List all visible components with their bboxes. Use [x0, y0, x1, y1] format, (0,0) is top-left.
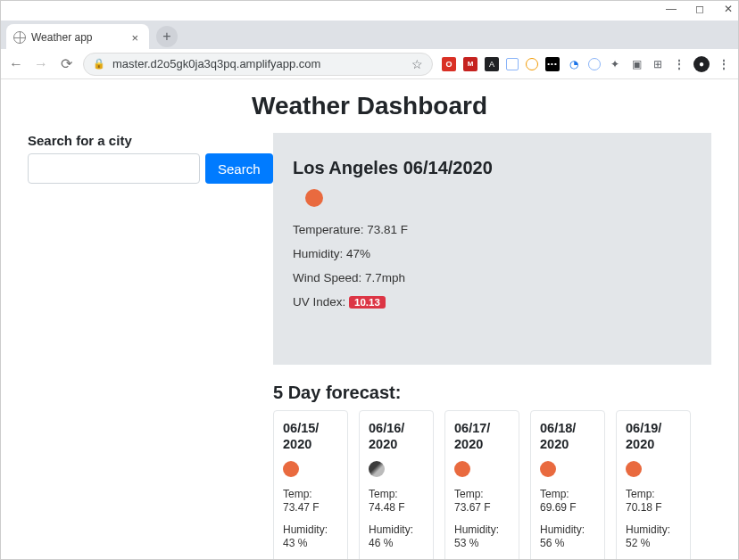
- sun-icon: [626, 461, 642, 477]
- ext-icon-9[interactable]: ✦: [608, 57, 622, 71]
- more-icon[interactable]: ⋮: [672, 57, 686, 71]
- forecast-temp: Temp: 70.18 F: [626, 488, 681, 515]
- current-heading: Los Angeles 06/14/2020: [293, 158, 692, 178]
- maximize-icon[interactable]: ◻: [693, 3, 706, 15]
- browser-toolbar: ← → ⟳ 🔒 master.d2o5gk0ja3q3pq.amplifyapp…: [1, 49, 738, 79]
- forecast-day-card: 06/17/ 2020Temp: 73.67 FHumidity: 53 %: [444, 410, 519, 559]
- ext-icon-6[interactable]: •••: [545, 57, 560, 71]
- forecast-title: 5 Day forecast:: [273, 383, 711, 403]
- back-icon[interactable]: ←: [8, 56, 24, 72]
- browser-window: — ◻ ✕ Weather app × + ← → ⟳ 🔒 master.d2o…: [0, 0, 739, 560]
- lock-icon: 🔒: [93, 58, 105, 70]
- ext-icon-11[interactable]: ⊞: [651, 57, 665, 71]
- ext-icon-8[interactable]: [588, 58, 601, 70]
- forecast-day-card: 06/18/ 2020Temp: 69.69 FHumidity: 56 %: [530, 410, 605, 559]
- forecast-date: 06/17/ 2020: [454, 420, 510, 452]
- forecast-row: 06/15/ 2020Temp: 73.47 FHumidity: 43 %06…: [273, 410, 711, 559]
- forecast-humidity: Humidity: 46 %: [369, 523, 424, 550]
- ext-icon-7[interactable]: ◔: [567, 57, 581, 71]
- close-window-icon[interactable]: ✕: [722, 3, 735, 15]
- page-title: Weather Dashboard: [28, 92, 711, 120]
- profile-avatar[interactable]: ●: [693, 56, 710, 72]
- forecast-temp: Temp: 73.47 F: [283, 488, 338, 515]
- sun-icon: [540, 461, 556, 477]
- forward-icon[interactable]: →: [33, 56, 49, 72]
- forecast-date: 06/16/ 2020: [369, 420, 424, 452]
- results-panel: Los Angeles 06/14/2020 Temperature: 73.8…: [273, 133, 711, 559]
- layout: Search for a city Search Los Angeles 06/…: [28, 133, 711, 559]
- current-humidity: Humidity: 47%: [293, 247, 692, 260]
- extension-icons: O M A ••• ◔ ✦ ▣ ⊞ ⋮ ● ⋮: [442, 56, 731, 72]
- forecast-temp: Temp: 69.69 F: [540, 488, 595, 515]
- current-temp: Temperature: 73.81 F: [293, 223, 692, 236]
- sun-icon: [283, 461, 299, 477]
- forecast-temp: Temp: 74.48 F: [369, 488, 424, 515]
- search-row: Search: [28, 153, 246, 184]
- ext-icon-3[interactable]: A: [485, 57, 499, 71]
- ext-icon-10[interactable]: ▣: [629, 57, 644, 71]
- tab-title: Weather app: [31, 31, 93, 44]
- browser-tabs: Weather app × +: [1, 21, 738, 49]
- search-panel: Search for a city Search: [28, 133, 246, 559]
- ext-icon-2[interactable]: M: [463, 57, 477, 71]
- browser-tab-active[interactable]: Weather app ×: [6, 24, 149, 49]
- window-controls: — ◻ ✕: [665, 3, 735, 15]
- forecast-humidity: Humidity: 53 %: [454, 523, 510, 550]
- current-uv: UV Index: 10.13: [293, 295, 692, 309]
- forecast-date: 06/19/ 2020: [626, 420, 681, 452]
- forecast-date: 06/15/ 2020: [283, 420, 338, 452]
- ext-icon-5[interactable]: [526, 58, 538, 70]
- window-titlebar: — ◻ ✕: [1, 1, 738, 21]
- close-tab-icon[interactable]: ×: [128, 31, 142, 45]
- page-content: Weather Dashboard Search for a city Sear…: [1, 79, 738, 559]
- forecast-day-card: 06/19/ 2020Temp: 70.18 FHumidity: 52 %: [616, 410, 691, 559]
- search-button[interactable]: Search: [205, 153, 273, 184]
- search-label: Search for a city: [28, 133, 246, 148]
- forecast-date: 06/18/ 2020: [540, 420, 595, 452]
- sun-icon: [454, 461, 470, 477]
- ext-icon-1[interactable]: O: [442, 57, 456, 71]
- city-search-input[interactable]: [28, 153, 200, 184]
- reload-icon[interactable]: ⟳: [58, 55, 74, 72]
- ext-icon-4[interactable]: [506, 58, 519, 70]
- bookmark-star-icon[interactable]: ☆: [411, 57, 423, 71]
- current-wind: Wind Speed: 7.7mph: [293, 271, 692, 284]
- url-text: master.d2o5gk0ja3q3pq.amplifyapp.com: [112, 57, 320, 70]
- forecast-day-card: 06/15/ 2020Temp: 73.47 FHumidity: 43 %: [273, 410, 348, 559]
- forecast-humidity: Humidity: 52 %: [626, 523, 681, 550]
- cloud-icon: [369, 461, 385, 477]
- new-tab-button[interactable]: +: [156, 26, 178, 47]
- forecast-humidity: Humidity: 43 %: [283, 523, 338, 550]
- minimize-icon[interactable]: —: [665, 3, 677, 15]
- menu-icon[interactable]: ⋮: [717, 57, 731, 71]
- globe-icon: [13, 31, 26, 44]
- sun-icon: [305, 189, 323, 207]
- uv-badge: 10.13: [349, 296, 386, 309]
- forecast-humidity: Humidity: 56 %: [540, 523, 595, 550]
- address-bar[interactable]: 🔒 master.d2o5gk0ja3q3pq.amplifyapp.com ☆: [83, 53, 433, 76]
- forecast-day-card: 06/16/ 2020Temp: 74.48 FHumidity: 46 %: [359, 410, 434, 559]
- current-weather-card: Los Angeles 06/14/2020 Temperature: 73.8…: [273, 133, 711, 365]
- forecast-temp: Temp: 73.67 F: [454, 488, 510, 515]
